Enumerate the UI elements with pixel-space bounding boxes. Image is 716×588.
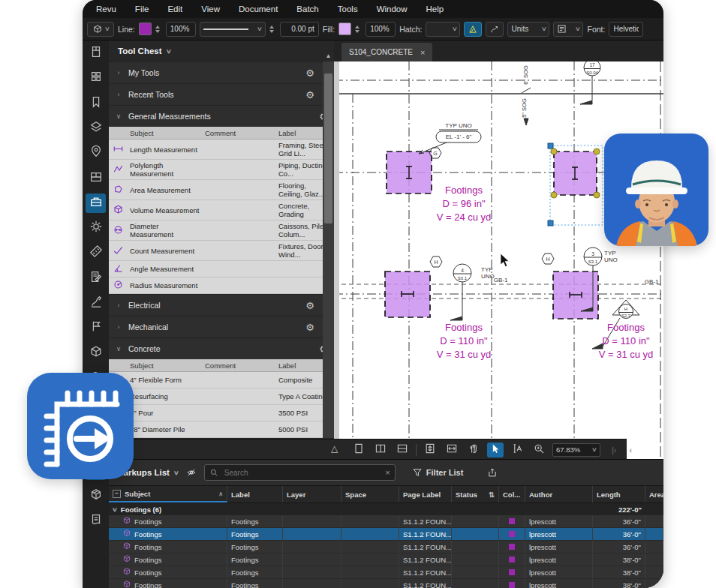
tool-row[interactable]: Count MeasurementFixtures, Doors, Wind..… xyxy=(109,241,334,261)
column-header-length[interactable]: Length xyxy=(593,486,645,502)
tool-row[interactable]: 4" Flexible FormComposite xyxy=(109,372,334,388)
fill-opacity-value[interactable]: 100% xyxy=(366,22,396,37)
column-header-author[interactable]: Author xyxy=(525,486,593,502)
measure-tool-button[interactable] xyxy=(464,22,482,37)
column-header-status[interactable]: Status⇅ xyxy=(452,486,499,502)
split-vertical-button[interactable] xyxy=(372,442,389,458)
menu-help[interactable]: Help xyxy=(426,4,444,14)
column-header-space[interactable]: Space xyxy=(341,486,399,502)
panel-splitter[interactable] xyxy=(334,62,339,459)
scrollbar-thumb[interactable] xyxy=(324,74,332,224)
page-single-button[interactable] xyxy=(350,442,367,458)
markup-row[interactable]: FootingsFootingsS1.1.2 FOUN...lprescott3… xyxy=(109,579,663,588)
tool-row[interactable]: Area MeasurementFlooring, Ceiling, Glaz.… xyxy=(109,180,334,200)
scroll-up-arrow[interactable]: ▲ xyxy=(323,51,334,62)
gear-icon[interactable]: ⚙ xyxy=(305,322,314,332)
select-arrow-button[interactable] xyxy=(487,442,504,458)
font-input[interactable] xyxy=(609,22,643,37)
markup-row[interactable]: FootingsFootingsS1.1.2 FOUN...lprescott3… xyxy=(109,528,663,541)
tool-chest-header[interactable]: Tool Chest ∨ xyxy=(109,40,334,62)
line-style-dropdown[interactable]: ∨ xyxy=(200,22,266,37)
sidebar-item-forms[interactable] xyxy=(86,512,106,531)
menu-revu[interactable]: Revu xyxy=(96,4,116,14)
sidebar-item-3d-viewer[interactable] xyxy=(86,486,106,506)
sidebar-item-layers[interactable] xyxy=(86,118,106,138)
sidebar-item-file-access[interactable] xyxy=(86,44,106,63)
section-concrete[interactable]: ∨Concrete⚙ xyxy=(109,338,334,359)
menu-tools[interactable]: Tools xyxy=(338,4,358,14)
gear-icon[interactable]: ⚙ xyxy=(305,301,314,310)
previous-page-button[interactable]: ‹ xyxy=(630,446,633,454)
markup-row[interactable]: FootingsFootingsS1.1.2 FOUN...lprescott3… xyxy=(109,554,663,566)
expand-triangle-icon[interactable]: △ xyxy=(331,443,338,454)
sidebar-item-bookmarks[interactable] xyxy=(86,94,106,113)
column-header-label[interactable]: Label xyxy=(227,486,283,502)
sidebar-item-spaces[interactable] xyxy=(86,169,106,188)
zoom-magnifier-button[interactable] xyxy=(531,442,547,458)
section-recent-tools[interactable]: ›Recent Tools⚙› xyxy=(109,83,334,105)
tool-row[interactable]: Radius Measurement xyxy=(109,278,334,294)
line-opacity-stepper[interactable] xyxy=(155,26,162,33)
search-input[interactable] xyxy=(223,468,381,478)
fill-opacity-stepper[interactable] xyxy=(355,26,362,33)
search-box[interactable]: × xyxy=(204,464,396,481)
menu-edit[interactable]: Edit xyxy=(167,4,182,14)
section-general-measurements[interactable]: ∨General Measurements⚙ xyxy=(109,105,334,127)
menu-document[interactable]: Document xyxy=(239,4,278,14)
sidebar-item-signature[interactable] xyxy=(86,293,106,313)
menu-window[interactable]: Window xyxy=(377,4,408,14)
hide-markups-button[interactable] xyxy=(186,467,197,478)
tab-s104-concrete[interactable]: S104_CONCRETE × xyxy=(341,43,432,62)
section-mechanical[interactable]: ›Mechanical⚙› xyxy=(109,316,334,338)
sidebar-item-3d-model[interactable] xyxy=(86,344,106,363)
hatch-dropdown[interactable]: ∨ xyxy=(426,22,460,37)
chevron-down-icon[interactable]: ∨ xyxy=(112,506,118,513)
tool-row[interactable]: Angle Measurement xyxy=(109,261,334,278)
sidebar-item-thumbnails[interactable] xyxy=(86,68,106,88)
drawing-canvas[interactable]: TYP UNO EL -1' - 6" G H H 17 S0.04 4 S3.… xyxy=(334,62,663,459)
section-my-tools[interactable]: ›My Tools⚙› xyxy=(109,62,334,83)
column-header-area[interactable]: Area xyxy=(645,486,663,502)
sidebar-item-places[interactable] xyxy=(86,143,106,163)
markup-row[interactable]: FootingsFootingsS1.1.2 FOUN...lprescott3… xyxy=(109,541,663,554)
gear-icon[interactable]: ⚙ xyxy=(305,68,314,78)
tool-row[interactable]: Volume MeasurementConcrete, Grading xyxy=(109,200,334,220)
filter-list-button[interactable]: Filter List xyxy=(412,467,464,478)
stroke-width-value[interactable]: 0.00 pt xyxy=(280,22,319,37)
zoom-level-field[interactable]: 67.83%∨ xyxy=(552,443,600,457)
section-electrical[interactable]: ›Electrical⚙› xyxy=(109,294,334,316)
line-opacity-value[interactable]: 100% xyxy=(166,22,196,37)
sidebar-item-measurements[interactable] xyxy=(86,243,106,262)
fit-width-button[interactable] xyxy=(444,442,460,458)
close-icon[interactable]: × xyxy=(420,48,425,57)
column-header-layer[interactable]: Layer xyxy=(283,486,341,502)
pan-hand-button[interactable] xyxy=(465,442,482,458)
markup-row[interactable]: FootingsFootingsS1.1.2 FOUN...lprescott3… xyxy=(109,566,663,579)
first-page-button[interactable]: |‹ xyxy=(612,446,617,454)
column-header-subject[interactable]: −Subject∧ xyxy=(109,486,227,502)
tool-row[interactable]: Diameter MeasurementCaissons, Piles, Col… xyxy=(109,220,334,241)
sidebar-item-tool-chest[interactable] xyxy=(86,194,106,213)
split-horizontal-button[interactable] xyxy=(394,442,411,458)
clear-search-icon[interactable]: × xyxy=(385,468,390,477)
column-header-col[interactable]: Col... xyxy=(499,486,525,502)
status-filter-icon[interactable]: ⇅ xyxy=(489,490,495,499)
stroke-width-stepper[interactable] xyxy=(269,26,276,33)
tool-row[interactable]: 6" Pour3500 PSI xyxy=(109,405,334,422)
gear-icon[interactable]: ⚙ xyxy=(305,90,314,100)
fit-page-button[interactable] xyxy=(422,442,438,458)
current-tool-button[interactable]: ∨ xyxy=(87,22,114,37)
sidebar-item-properties[interactable] xyxy=(86,218,106,238)
tool-row[interactable]: 18" Diameter Pile5000 PSI xyxy=(109,422,334,438)
collapse-all-icon[interactable]: − xyxy=(113,490,121,498)
markup-row[interactable]: FootingsFootingsS1.1.2 FOUN...lprescott3… xyxy=(109,515,663,528)
sidebar-item-markup-summary[interactable] xyxy=(86,268,106,288)
menu-file[interactable]: File xyxy=(135,4,149,14)
units-dropdown[interactable]: Units ∨ xyxy=(507,22,549,37)
tool-chest-scrollbar[interactable]: ▲ ▼ xyxy=(323,62,334,438)
sidebar-item-flags[interactable] xyxy=(86,318,106,338)
curve-tool-button[interactable] xyxy=(486,22,504,37)
fill-color-swatch[interactable] xyxy=(338,22,351,35)
menu-batch[interactable]: Batch xyxy=(296,4,318,14)
menu-view[interactable]: View xyxy=(201,4,220,14)
